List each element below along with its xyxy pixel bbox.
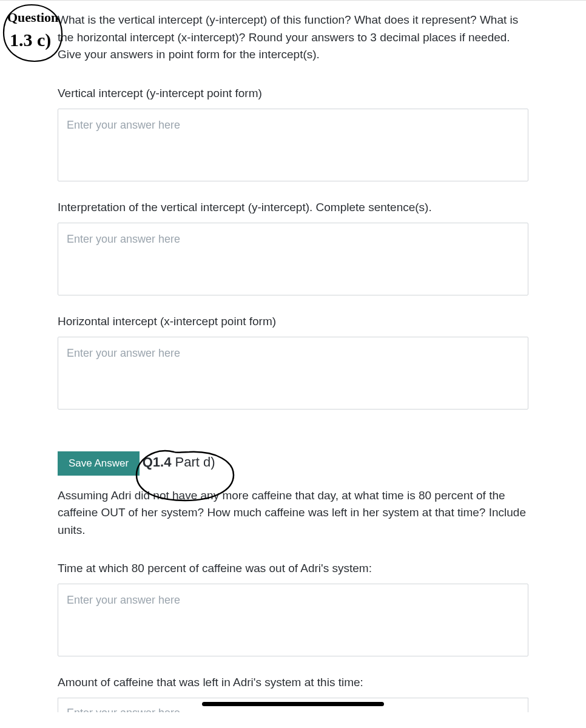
q14-prompt: Assuming Adri did not have any more caff… (58, 487, 528, 539)
q14-field1-label: Time at which 80 percent of caffeine was… (58, 562, 528, 575)
q13-field1-input[interactable] (58, 109, 528, 181)
q14-heading-part: Part d) (171, 454, 215, 470)
q14-field1-input[interactable] (58, 584, 528, 656)
q13-prompt: What is the vertical intercept (y-interc… (58, 12, 528, 64)
q13-field2-label: Interpretation of the vertical intercept… (58, 201, 528, 214)
q14-field2-label: Amount of caffeine that was left in Adri… (58, 676, 528, 689)
content-container: What is the vertical intercept (y-interc… (0, 0, 586, 712)
save-button[interactable]: Save Answer (58, 451, 140, 476)
q14-heading-bold: Q1.4 (143, 454, 172, 470)
horizontal-scrollbar-thumb[interactable] (202, 702, 384, 706)
q13-field3-label: Horizontal intercept (x-intercept point … (58, 315, 528, 328)
q13-field1-label: Vertical intercept (y-intercept point fo… (58, 87, 528, 100)
q13-field2-input[interactable] (58, 223, 528, 295)
q14-heading: Q1.4 Part d) (143, 454, 215, 470)
q13-field3-input[interactable] (58, 337, 528, 410)
